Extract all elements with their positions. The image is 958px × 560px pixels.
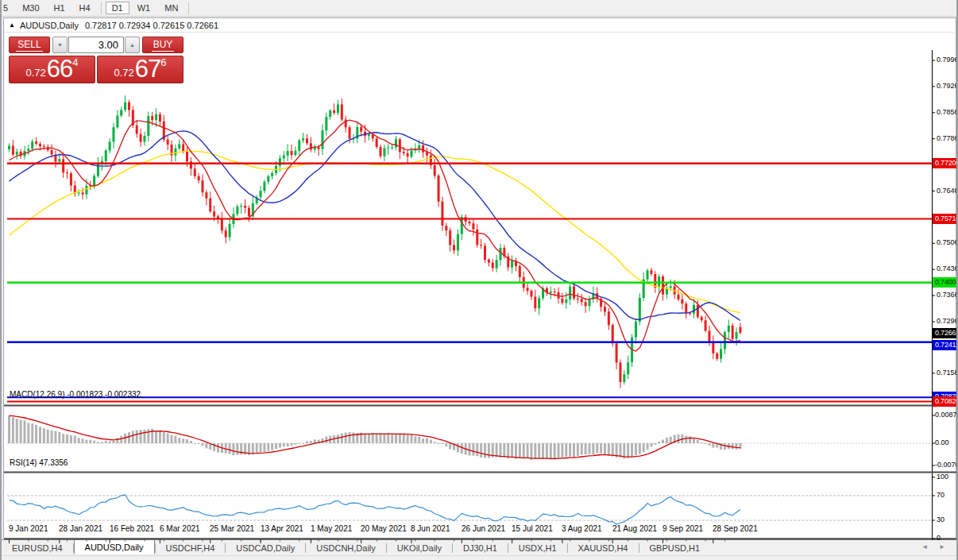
price-line-tag: 0.74007 (933, 277, 958, 288)
price-axis-tick-label: 0.79960 (937, 56, 958, 64)
chart-window[interactable]: ▲ AUDUSD,Daily 0.72817 0.72934 0.72615 0… (3, 17, 956, 539)
volume-increase-button[interactable]: ▲ (125, 37, 140, 53)
sell-price-prefix: 0.72 (25, 65, 45, 81)
sell-price-main: 66 (47, 56, 72, 81)
volume-decrease-button[interactable]: ▼ (52, 37, 68, 53)
date-axis-label: 25 Mar 2021 (210, 524, 254, 533)
price-axis-tick-label: 0.75060 (937, 238, 958, 246)
timeframe-button-m30[interactable]: M30 (16, 2, 45, 14)
date-axis-label: 9 Jan 2021 (9, 524, 48, 533)
timeframe-button-w1[interactable]: W1 (131, 2, 157, 14)
date-axis-label: 8 Jun 2021 (411, 524, 450, 533)
date-axis-label: 6 Mar 2021 (160, 524, 200, 533)
price-axis-tick-label: 0.74360 (937, 265, 958, 272)
price-line-tag: 0.70820 (933, 396, 958, 407)
macd-axis-tick-label: -0.00700 (935, 461, 958, 469)
rsi-axis-tick-label: 100 (937, 473, 948, 481)
date-axis-label: 21 Aug 2021 (612, 524, 657, 533)
spin-down-icon: ▼ (57, 42, 63, 48)
price-axis-tick-label: 0.78560 (937, 108, 958, 116)
price-axis-tick-label: 0.73660 (937, 291, 958, 299)
toolbar-separator (188, 2, 189, 14)
timeframe-button-5[interactable]: 5 (2, 2, 14, 14)
one-click-trade-panel: SELL ▼ ▲ BUY 0.72 66 4 0.72 67 6 (8, 37, 184, 84)
timeframe-button-h4[interactable]: H4 (73, 2, 97, 14)
buy-price-pip: 6 (160, 57, 166, 68)
volume-input[interactable] (68, 37, 124, 53)
date-axis-label: 20 May 2021 (361, 524, 407, 533)
date-axis-label: 3 Aug 2021 (562, 524, 602, 533)
buy-price-main: 67 (135, 56, 160, 81)
macd-indicator-label: MACD(12,26,9) -0.001823 -0.002332 (10, 390, 141, 399)
date-axis-label: 28 Jan 2021 (59, 524, 102, 533)
timeframe-button-d1[interactable]: D1 (106, 2, 129, 14)
buy-button-label: BUY (152, 39, 175, 52)
timeframe-toolbar: 5M30H1H4D1W1MN (2, 0, 956, 17)
rsi-axis-tick-label: 30 (937, 516, 944, 523)
date-axis-label: 13 Apr 2021 (261, 524, 303, 533)
price-line-tag: 0.72411 (933, 340, 958, 350)
trading-terminal-window: 5M30H1H4D1W1MN ▲ AUDUSD,Daily 0.72817 0.… (0, 0, 958, 560)
sell-price-pip: 4 (72, 57, 78, 68)
price-axis-tick-label: 0.77860 (937, 134, 958, 142)
tab-scroll-right-icon[interactable]: ► (939, 543, 945, 550)
buy-price-display[interactable]: 0.72 67 6 (97, 56, 183, 83)
timeframe-button-mn[interactable]: MN (158, 2, 184, 14)
rsi-axis-tick-label: 70 (937, 491, 944, 499)
price-axis-tick-label: 0.72960 (937, 317, 958, 325)
date-axis-label: 1 May 2021 (311, 524, 352, 533)
buy-button[interactable]: BUY (142, 37, 183, 53)
date-axis-label: 9 Sep 2021 (662, 524, 703, 533)
sell-price-display[interactable]: 0.72 66 4 (9, 56, 95, 83)
rsi-axis-tick-label: 0 (937, 534, 941, 542)
price-line-tag: 0.75716 (933, 214, 958, 224)
sell-button-label: SELL (16, 39, 42, 52)
price-axis-tick-label: 0.76460 (937, 187, 958, 195)
price-axis-tick-label: 0.71580 (937, 369, 958, 377)
price-axis-tick-label: 0.79260 (937, 82, 958, 90)
date-axis-label: 26 Jun 2021 (462, 524, 505, 533)
current-price-tag: 0.72661 (933, 328, 958, 338)
chart-canvas[interactable] (4, 18, 958, 558)
spin-up-icon: ▲ (129, 42, 135, 48)
date-axis-label: 15 Jul 2021 (512, 524, 553, 533)
macd-axis-tick-label: 0.008739 (935, 411, 958, 419)
toolbar-separator (101, 2, 102, 14)
price-line-tag: 0.77200 (933, 158, 958, 168)
tab-scroll-controls: ◄ ► (921, 543, 945, 550)
buy-price-prefix: 0.72 (114, 65, 133, 81)
date-axis-label: 28 Sep 2021 (713, 524, 758, 533)
timeframe-button-h1[interactable]: H1 (48, 2, 71, 14)
rsi-indicator-label: RSI(14) 47.3356 (10, 458, 68, 467)
macd-axis-tick-label: 0.00 (935, 438, 949, 446)
tab-scroll-left-icon[interactable]: ◄ (921, 543, 928, 550)
sell-button[interactable]: SELL (9, 37, 50, 53)
date-axis-label: 16 Feb 2021 (110, 524, 154, 533)
